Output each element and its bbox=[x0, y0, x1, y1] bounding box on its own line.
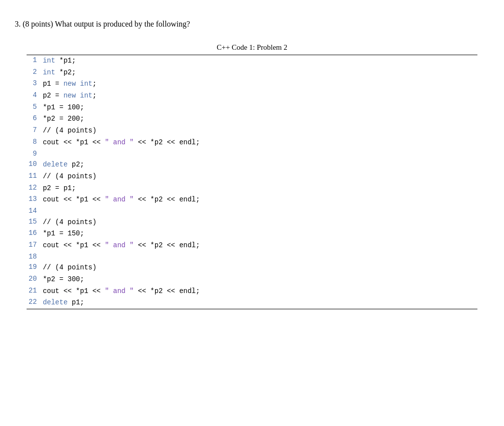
string-literal: " and " bbox=[105, 196, 134, 203]
table-row: 12p2 = p1; bbox=[27, 183, 477, 195]
line-number: 5 bbox=[27, 102, 43, 114]
string-literal: " and " bbox=[105, 287, 134, 295]
table-row: 8cout << *p1 << " and " << *p2 << endl; bbox=[27, 137, 477, 149]
line-number: 7 bbox=[27, 125, 43, 137]
line-number: 15 bbox=[27, 217, 43, 229]
line-number: 2 bbox=[27, 67, 43, 79]
table-row: 5*p1 = 100; bbox=[27, 102, 477, 114]
line-code: p1 = new int; bbox=[43, 78, 477, 90]
line-number: 12 bbox=[27, 183, 43, 195]
line-number: 4 bbox=[27, 90, 43, 102]
table-row: 22delete p1; bbox=[27, 297, 477, 309]
table-row: 13cout << *p1 << " and " << *p2 << endl; bbox=[27, 194, 477, 206]
line-number: 1 bbox=[27, 55, 43, 67]
line-code: int *p2; bbox=[43, 67, 477, 79]
line-code: p2 = new int; bbox=[43, 90, 477, 102]
line-number: 13 bbox=[27, 194, 43, 206]
keyword: int bbox=[43, 68, 55, 76]
line-code: cout << *p1 << " and " << *p2 << endl; bbox=[43, 286, 477, 297]
table-row: 2int *p2; bbox=[27, 67, 477, 79]
line-code: cout << *p1 << " and " << *p2 << endl; bbox=[43, 137, 477, 149]
line-code bbox=[43, 206, 477, 217]
line-code bbox=[43, 252, 477, 262]
table-row: 9 bbox=[27, 149, 477, 160]
code-table: 1int *p1;2int *p2;3p1 = new int;4p2 = ne… bbox=[27, 55, 477, 309]
line-code: delete p1; bbox=[43, 297, 477, 309]
table-row: 11// (4 points) bbox=[27, 171, 477, 183]
table-row: 10delete p2; bbox=[27, 159, 477, 171]
table-row: 16*p1 = 150; bbox=[27, 228, 477, 240]
string-literal: " and " bbox=[105, 241, 134, 249]
table-row: 15// (4 points) bbox=[27, 217, 477, 229]
line-number: 11 bbox=[27, 171, 43, 183]
line-code: *p2 = 200; bbox=[43, 113, 477, 125]
line-number: 19 bbox=[27, 262, 43, 274]
string-literal: " and " bbox=[105, 138, 134, 146]
code-block: C++ Code 1: Problem 2 1int *p1;2int *p2;… bbox=[27, 43, 477, 309]
keyword: new bbox=[63, 92, 76, 99]
table-row: 17cout << *p1 << " and " << *p2 << endl; bbox=[27, 240, 477, 252]
line-code: int *p1; bbox=[43, 55, 477, 67]
line-number: 8 bbox=[27, 137, 43, 149]
table-row: 4p2 = new int; bbox=[27, 90, 477, 102]
table-row: 7// (4 points) bbox=[27, 125, 477, 137]
line-code: *p1 = 100; bbox=[43, 102, 477, 114]
line-number: 18 bbox=[27, 252, 43, 262]
line-code: // (4 points) bbox=[43, 262, 477, 274]
line-code: *p2 = 300; bbox=[43, 274, 477, 286]
line-number: 21 bbox=[27, 286, 43, 297]
table-row: 3p1 = new int; bbox=[27, 78, 477, 90]
keyword: int bbox=[43, 57, 55, 65]
line-code: p2 = p1; bbox=[43, 183, 477, 195]
table-row: 20*p2 = 300; bbox=[27, 274, 477, 286]
line-number: 3 bbox=[27, 78, 43, 90]
line-code bbox=[43, 149, 477, 160]
line-number: 9 bbox=[27, 149, 43, 160]
line-number: 6 bbox=[27, 113, 43, 125]
keyword: delete bbox=[43, 161, 67, 168]
line-code: // (4 points) bbox=[43, 217, 477, 229]
code-caption: C++ Code 1: Problem 2 bbox=[27, 43, 477, 52]
line-number: 22 bbox=[27, 297, 43, 309]
line-number: 10 bbox=[27, 159, 43, 171]
line-code: // (4 points) bbox=[43, 171, 477, 183]
line-number: 20 bbox=[27, 274, 43, 286]
line-number: 17 bbox=[27, 240, 43, 252]
line-code: cout << *p1 << " and " << *p2 << endl; bbox=[43, 194, 477, 206]
line-code: // (4 points) bbox=[43, 125, 477, 137]
keyword: int bbox=[80, 92, 93, 99]
table-row: 18 bbox=[27, 252, 477, 262]
table-row: 14 bbox=[27, 206, 477, 217]
line-number: 16 bbox=[27, 228, 43, 240]
line-code: delete p2; bbox=[43, 159, 477, 171]
keyword: delete bbox=[43, 298, 67, 306]
table-row: 21cout << *p1 << " and " << *p2 << endl; bbox=[27, 286, 477, 297]
keyword: new bbox=[63, 80, 76, 88]
table-row: 19// (4 points) bbox=[27, 262, 477, 274]
table-row: 6*p2 = 200; bbox=[27, 113, 477, 125]
table-row: 1int *p1; bbox=[27, 55, 477, 67]
line-number: 14 bbox=[27, 206, 43, 217]
line-code: *p1 = 150; bbox=[43, 228, 477, 240]
line-code: cout << *p1 << " and " << *p2 << endl; bbox=[43, 240, 477, 252]
keyword: int bbox=[80, 80, 93, 88]
question-header: 3. (8 points) What output is produced by… bbox=[15, 20, 489, 29]
